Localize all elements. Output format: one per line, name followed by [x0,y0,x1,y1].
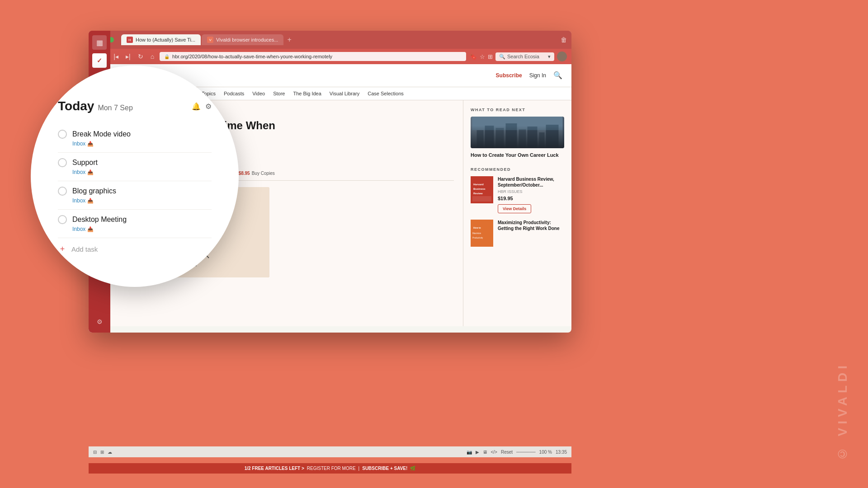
tab-hbr-favicon: H [127,37,133,43]
task-blog-graphics-checkbox[interactable] [58,187,67,196]
statusbar-zoom-slider[interactable]: ────── [516,450,536,455]
svg-text:How to: How to [473,226,481,229]
task-blog-graphics-row: Blog graphics [58,187,212,196]
city-image-overlay [471,126,564,148]
todoist-header: Today Mon 7 Sep 🔔 ⚙ [58,99,212,113]
task-desktop-meeting-inbox[interactable]: Inbox [72,226,85,232]
statusbar-cloud-icon: ☁ [108,450,112,455]
sidebar-settings-button[interactable]: ⚙ [93,315,106,328]
vivaldi-watermark: © VIVALDI [835,362,850,461]
nav-store[interactable]: Store [273,91,285,96]
subscribe-text[interactable]: SUBSCRIBE + SAVE! [362,466,407,471]
statusbar-camera-icon[interactable]: 📷 [467,450,472,455]
nav-the-big-idea[interactable]: The Big Idea [293,91,321,96]
statusbar-tab-icon: ⊟ [93,450,97,455]
task-blog-graphics-inbox[interactable]: Inbox [72,197,85,204]
hbr-header-right: Subscribe Sign In 🔍 [496,71,562,80]
settings-icon[interactable]: ⚙ [205,102,212,111]
task-desktop-meeting: Desktop Meeting Inbox 📥 [58,210,212,238]
nav-podcasts[interactable]: Podcasts [224,91,244,96]
task-support-row: Support [58,158,212,167]
hbr-search-icon[interactable]: 🔍 [553,71,562,80]
tab-hbr-label: How to (Actually) Save Ti... [136,37,195,42]
statusbar-code-icon[interactable]: </> [491,450,497,455]
search-placeholder: Search Ecosia [507,54,539,59]
hbr-sidebar: WHAT TO READ NEXT [463,100,571,326]
buy-copies-label: Buy Copies [252,171,275,176]
trash-icon[interactable]: 🗑 [561,36,567,43]
statusbar-reset-button[interactable]: Reset [501,450,513,455]
what-to-read-card[interactable]: How to Create Your Own Career Luck [471,117,564,158]
user-avatar[interactable] [557,52,567,61]
reading-list-button[interactable]: ☆ [480,53,485,60]
notifications-icon[interactable]: 🔔 [192,102,201,111]
home-button[interactable]: ⌂ [149,52,156,61]
tab-vivaldi-label: Vivaldi browser introduces... [216,37,278,42]
tab-hbr[interactable]: H How to (Actually) Save Ti... [121,34,201,45]
task-break-mode-meta: Inbox 📥 [72,141,212,147]
nav-visual-library[interactable]: Visual Library [330,91,359,96]
panel-button[interactable]: ⊞ [488,53,493,60]
statusbar-left: ⊟ ⊞ ☁ [93,450,112,455]
task-break-mode: Break Mode video Inbox 📥 [58,124,212,153]
nav-video[interactable]: Video [252,91,265,96]
sidebar-calendar-icon[interactable]: ▦ [92,35,107,50]
todoist-panel: Today Mon 7 Sep 🔔 ⚙ Break Mode video Inb… [49,90,221,263]
todoist-overlay: Today Mon 7 Sep 🔔 ⚙ Break Mode video Inb… [31,66,239,287]
titlebar: H How to (Actually) Save Ti... V Vivaldi… [89,31,571,49]
add-task-plus-icon[interactable]: + [58,244,67,253]
rec-item-1-subtitle: HBR ISSUES [498,189,564,194]
task-desktop-meeting-meta: Inbox 📥 [72,226,212,232]
add-task-label[interactable]: Add task [71,245,98,253]
first-page-button[interactable]: |◂ [112,52,120,61]
task-blog-graphics-meta: Inbox 📥 [72,197,212,204]
hbr-signin-link[interactable]: Sign In [529,72,546,79]
recommended-label: RECOMMENDED [471,167,564,172]
rec-item-1-cta[interactable]: View Details [498,204,531,213]
task-break-mode-inbox[interactable]: Inbox [72,141,85,147]
statusbar-time: 13:35 [556,450,567,455]
search-icon: 🔍 [499,54,505,60]
hbr-subscribe-link[interactable]: Subscribe [496,72,522,79]
statusbar-play-icon[interactable]: ▶ [476,450,479,455]
recommended-item-2: How to Maximize Productivity Maximizing … [471,220,564,247]
task-desktop-meeting-row: Desktop Meeting [58,215,212,224]
buy-copies-button[interactable]: $8.95 Buy Copies [239,171,275,176]
url-bar[interactable]: 🔒 hbr.org/2020/08/how-to-actually-save-t… [160,52,466,61]
task-blog-graphics-inbox-icon: 📥 [87,198,94,204]
task-break-mode-inbox-icon: 📥 [87,141,94,147]
task-support-name: Support [72,159,212,167]
task-support-inbox[interactable]: Inbox [72,169,85,175]
task-desktop-meeting-inbox-icon: 📥 [87,226,94,232]
todoist-header-icons: 🔔 ⚙ [192,102,212,111]
task-break-mode-checkbox[interactable] [58,130,67,139]
chevron-down-icon: ▾ [548,54,551,60]
what-to-read-article-title: How to Create Your Own Career Luck [471,152,564,158]
ecosia-search[interactable]: 🔍 Search Ecosia ▾ [495,52,554,61]
task-list: Break Mode video Inbox 📥 Support Inbox 📥 [58,124,212,238]
reload-button[interactable]: ↻ [136,52,145,61]
last-page-button[interactable]: ▸| [124,52,132,61]
rec-item-1-info: Harvard Business Review, September/Octob… [498,176,564,213]
sidebar-todoist-icon[interactable]: ✓ [92,53,107,68]
statusbar-monitor-icon[interactable]: 🖥 [483,450,487,455]
tab-vivaldi[interactable]: V Vivaldi browser introduces... [202,34,283,45]
add-task-row: + Add task [58,244,212,253]
register-text[interactable]: REGISTER FOR MORE [307,466,356,471]
task-support-meta: Inbox 📥 [72,169,212,175]
rec-item-1-image: Harvard Business Review [471,176,493,203]
rec-item-2-title: Maximizing Productivity: Getting the Rig… [498,220,564,231]
rec-item-1-price: $19.95 [498,196,564,201]
statusbar-grid-icon: ⊞ [100,450,104,455]
url-text: hbr.org/2020/08/how-to-actually-save-tim… [172,54,332,59]
task-support-checkbox[interactable] [58,158,67,167]
today-heading: Today Mon 7 Sep [58,99,133,113]
task-blog-graphics-name: Blog graphics [72,187,212,195]
recommended-section: RECOMMENDED Harvard Business Review [471,167,564,247]
nav-case-selections[interactable]: Case Selections [368,91,404,96]
browser-tabs: H How to (Actually) Save Ti... V Vivaldi… [121,34,557,45]
svg-text:Harvard: Harvard [473,183,484,186]
new-tab-button[interactable]: + [287,36,291,44]
bookmark-button[interactable]: 🔖 [470,53,477,60]
task-desktop-meeting-checkbox[interactable] [58,215,67,224]
